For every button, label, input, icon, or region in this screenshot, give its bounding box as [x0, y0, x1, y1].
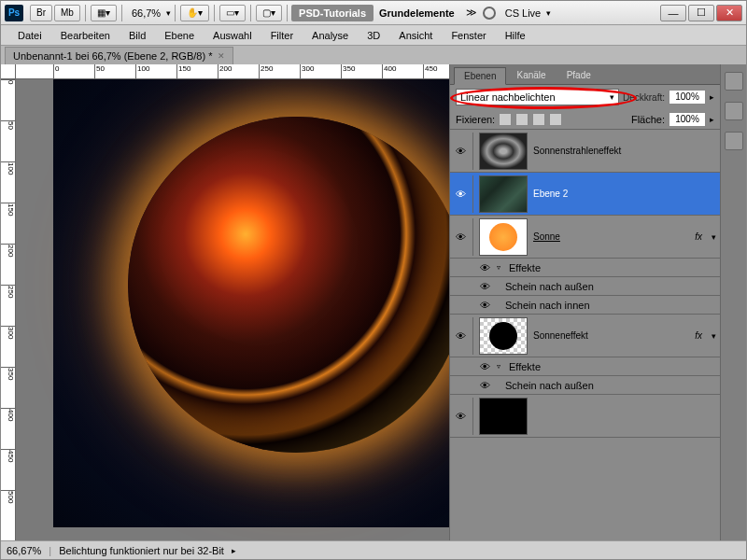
layer-name[interactable]: Ebene 2 — [533, 189, 716, 199]
layer-effect[interactable]: Schein nach außen — [450, 277, 720, 296]
visibility-icon[interactable] — [454, 231, 467, 244]
layer-row[interactable]: Sonneneffektfx▾ — [450, 315, 720, 357]
canvas[interactable] — [16, 79, 449, 540]
tab-paths[interactable]: Pfade — [557, 66, 601, 84]
lock-position-icon[interactable] — [532, 113, 545, 126]
tab-channels[interactable]: Kanäle — [506, 66, 556, 84]
opacity-input[interactable]: 100% — [669, 90, 706, 105]
layer-thumbnail[interactable] — [479, 133, 528, 170]
minibridge-button[interactable]: Mb — [54, 5, 80, 21]
menu-bearbeiten[interactable]: Bearbeiten — [51, 27, 120, 44]
menu-filter[interactable]: Filter — [261, 27, 303, 44]
secondary-label: Grundelemente — [374, 7, 460, 19]
menu-bild[interactable]: Bild — [120, 27, 155, 44]
visibility-icon[interactable] — [454, 145, 467, 158]
panel-icon[interactable] — [725, 132, 743, 150]
chevron-right-icon[interactable]: ▸ — [710, 92, 714, 102]
maximize-button[interactable]: ☐ — [688, 5, 714, 21]
menu-ebene[interactable]: Ebene — [155, 27, 204, 44]
menu-analyse[interactable]: Analyse — [303, 27, 358, 44]
screenmode-button[interactable]: ▢▾ — [256, 5, 282, 21]
layer-thumbnail[interactable] — [479, 398, 528, 435]
document-tabs: Unbenannt-1 bei 66,7% (Ebene 2, RGB/8) *… — [1, 46, 746, 64]
lock-pixels-icon[interactable] — [515, 113, 529, 126]
layer-row[interactable]: Sonnenstrahleneffekt — [450, 130, 720, 173]
view-extras-button[interactable]: ▦▾ — [91, 5, 117, 21]
fill-input[interactable]: 100% — [669, 112, 706, 127]
statusbar: 66,67% | Belichtung funktioniert nur bei… — [1, 540, 746, 559]
lock-all-icon[interactable] — [549, 113, 562, 126]
chevron-down-icon: ▾ — [610, 92, 614, 102]
arrange-button[interactable]: ▭▾ — [219, 5, 246, 21]
menu-fenster[interactable]: Fenster — [442, 27, 495, 44]
visibility-icon[interactable] — [454, 188, 467, 201]
lock-label: Fixieren: — [456, 114, 495, 125]
chevron-right-icon[interactable]: ▸ — [710, 115, 714, 124]
layer-row[interactable] — [450, 395, 720, 438]
visibility-icon[interactable] — [478, 379, 491, 392]
minimize-button[interactable]: — — [660, 5, 686, 21]
blend-mode-value: Linear nachbelichten — [460, 91, 556, 103]
document-tab[interactable]: Unbenannt-1 bei 66,7% (Ebene 2, RGB/8) *… — [5, 47, 233, 64]
panel-icon[interactable] — [725, 102, 743, 120]
layer-thumbnail[interactable] — [479, 175, 528, 213]
menu-ansicht[interactable]: Ansicht — [389, 27, 442, 44]
fx-badge[interactable]: fx — [695, 330, 702, 341]
panel-tabs: Ebenen Kanäle Pfade — [450, 64, 720, 85]
menu-3d[interactable]: 3D — [358, 27, 389, 44]
workspace-button[interactable]: PSD-Tutorials — [291, 5, 374, 21]
panel-icon[interactable] — [725, 72, 743, 91]
bridge-button[interactable]: Br — [30, 5, 52, 21]
artwork — [53, 79, 449, 527]
collapsed-panels — [720, 64, 746, 540]
layer-thumbnail[interactable] — [479, 317, 528, 355]
status-zoom[interactable]: 66,67% — [7, 545, 41, 556]
fill-label: Fläche: — [631, 114, 665, 125]
workspace: 050100150200250300350400450500 050100150… — [1, 64, 746, 540]
layer-effect[interactable]: ▿Effekte — [450, 357, 720, 376]
lock-transparency-icon[interactable] — [499, 113, 512, 126]
menu-hilfe[interactable]: Hilfe — [496, 27, 535, 44]
app-window: Ps Br Mb ▦▾ 66,7% ▾ ✋▾ ▭▾ ▢▾ PSD-Tutoria… — [0, 0, 747, 560]
hand-tool-button[interactable]: ✋▾ — [180, 5, 209, 21]
close-button[interactable]: ✕ — [716, 5, 742, 21]
cslive-icon — [483, 7, 496, 20]
layer-effect[interactable]: Schein nach innen — [450, 296, 720, 315]
blend-mode-select[interactable]: Linear nachbelichten ▾ — [456, 89, 619, 105]
cslive-label[interactable]: CS Live — [500, 7, 547, 19]
status-message: Belichtung funktioniert nur bei 32-Bit — [59, 545, 224, 556]
ruler-horizontal[interactable]: 050100150200250300350400450500 — [16, 64, 449, 79]
layer-name[interactable]: Sonnenstrahleneffekt — [533, 146, 716, 156]
layer-thumbnail[interactable] — [479, 218, 528, 256]
tab-layers[interactable]: Ebenen — [454, 67, 506, 85]
visibility-icon[interactable] — [454, 410, 467, 423]
opacity-label: Deckkraft: — [623, 92, 665, 103]
visibility-icon[interactable] — [454, 329, 467, 343]
layers-panel: Ebenen Kanäle Pfade Linear nachbelichten… — [449, 64, 720, 540]
menubar: DateiBearbeitenBildEbeneAuswahlFilterAna… — [1, 25, 746, 46]
visibility-icon[interactable] — [478, 360, 491, 373]
menu-auswahl[interactable]: Auswahl — [204, 27, 261, 44]
document-tab-label: Unbenannt-1 bei 66,7% (Ebene 2, RGB/8) * — [13, 50, 212, 62]
fx-badge[interactable]: fx — [695, 231, 702, 242]
photoshop-icon: Ps — [5, 5, 23, 21]
close-icon[interactable]: ✕ — [218, 51, 225, 61]
menu-datei[interactable]: Datei — [8, 27, 51, 44]
layer-name[interactable]: Sonne — [533, 231, 689, 242]
layer-row[interactable]: Ebene 2 — [450, 173, 720, 216]
layer-effect[interactable]: ▿Effekte — [450, 259, 720, 277]
visibility-icon[interactable] — [478, 280, 491, 293]
layer-effect[interactable]: Schein nach außen — [450, 376, 720, 395]
planet-graphic — [128, 117, 449, 453]
layers-list: SonnenstrahleneffektEbene 2Sonnefx▾▿Effe… — [450, 130, 720, 540]
visibility-icon[interactable] — [478, 261, 491, 274]
zoom-value[interactable]: 66,7% — [126, 7, 166, 19]
layer-name[interactable]: Sonneneffekt — [533, 330, 689, 341]
layer-row[interactable]: Sonnefx▾ — [450, 216, 720, 259]
ruler-vertical[interactable]: 050100150200250300350400450500 — [1, 79, 16, 540]
titlebar: Ps Br Mb ▦▾ 66,7% ▾ ✋▾ ▭▾ ▢▾ PSD-Tutoria… — [1, 1, 746, 25]
visibility-icon[interactable] — [478, 299, 491, 312]
